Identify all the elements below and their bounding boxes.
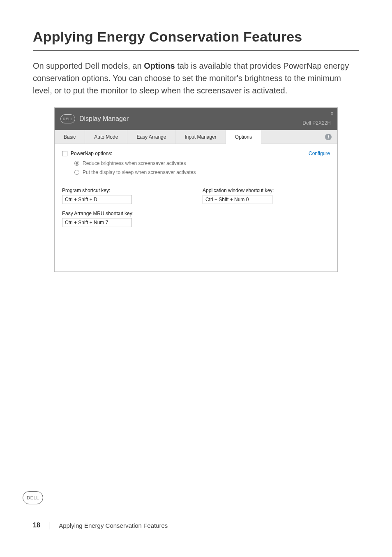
info-icon: i xyxy=(325,134,332,140)
intro-paragraph: On supported Dell models, an Options tab… xyxy=(33,60,359,97)
mru-shortcut-label: Easy Arrange MRU shortcut key: xyxy=(62,211,189,216)
footer-section-title: Applying Energy Conservation Features xyxy=(59,522,168,529)
program-shortcut-label: Program shortcut key: xyxy=(62,188,189,193)
program-shortcut-block: Program shortcut key: xyxy=(62,188,189,204)
powernap-label: PowerNap options: xyxy=(71,151,112,156)
document-page: Applying Energy Conservation Features On… xyxy=(0,0,392,557)
tab-spacer xyxy=(261,130,319,144)
close-icon[interactable]: x xyxy=(331,110,333,116)
mru-shortcut-input[interactable] xyxy=(62,218,132,227)
powernap-row: PowerNap options: Configure xyxy=(62,151,330,156)
window-header: DELL Display Manager Dell P2X22H x xyxy=(55,108,337,130)
configure-link[interactable]: Configure xyxy=(309,151,330,156)
intro-before: On supported Dell models, an xyxy=(33,61,144,70)
info-button[interactable]: i xyxy=(319,130,337,144)
appwin-shortcut-input[interactable] xyxy=(203,195,272,204)
page-number: 18 xyxy=(33,522,40,529)
appwin-shortcut-block: Application window shortcut key: xyxy=(203,188,330,204)
radio-reduce-brightness-row: Reduce brightness when screensaver activ… xyxy=(74,160,330,166)
intro-bold: Options xyxy=(144,61,175,70)
appwin-shortcut-label: Application window shortcut key: xyxy=(203,188,330,193)
powernap-checkbox[interactable] xyxy=(62,151,67,156)
powernap-left: PowerNap options: xyxy=(62,151,112,156)
window-body: PowerNap options: Configure Reduce brigh… xyxy=(55,144,337,272)
tab-bar: Basic Auto Mode Easy Arrange Input Manag… xyxy=(55,130,337,144)
program-shortcut-input[interactable] xyxy=(62,195,132,204)
shortcut-grid: Program shortcut key: Application window… xyxy=(62,188,330,227)
screenshot-wrap: DELL Display Manager Dell P2X22H x Basic… xyxy=(33,107,359,272)
tab-input-manager[interactable]: Input Manager xyxy=(175,130,226,144)
tab-auto-mode[interactable]: Auto Mode xyxy=(85,130,127,144)
radio-sleep-row: Put the display to sleep when screensave… xyxy=(74,169,330,175)
window-model-label: Dell P2X22H xyxy=(302,120,331,126)
window-title: Display Manager xyxy=(79,115,129,123)
display-manager-window: DELL Display Manager Dell P2X22H x Basic… xyxy=(54,107,338,272)
dell-logo-icon: DELL xyxy=(60,114,75,123)
radio-reduce-brightness-label: Reduce brightness when screensaver activ… xyxy=(83,160,186,166)
radio-reduce-brightness[interactable] xyxy=(74,161,79,166)
tab-easy-arrange[interactable]: Easy Arrange xyxy=(127,130,175,144)
footer-separator: │ xyxy=(48,522,51,529)
page-title: Applying Energy Conservation Features xyxy=(33,29,359,45)
radio-sleep[interactable] xyxy=(74,170,79,175)
title-rule xyxy=(33,50,359,51)
footer-dell-logo-icon: DELL xyxy=(23,491,43,504)
footer-line: 18 │ Applying Energy Conservation Featur… xyxy=(33,522,168,529)
radio-sleep-label: Put the display to sleep when screensave… xyxy=(83,169,196,175)
powernap-radio-group: Reduce brightness when screensaver activ… xyxy=(74,160,330,175)
tab-basic[interactable]: Basic xyxy=(55,130,85,144)
tab-options[interactable]: Options xyxy=(226,130,261,144)
mru-shortcut-block: Easy Arrange MRU shortcut key: xyxy=(62,211,189,227)
